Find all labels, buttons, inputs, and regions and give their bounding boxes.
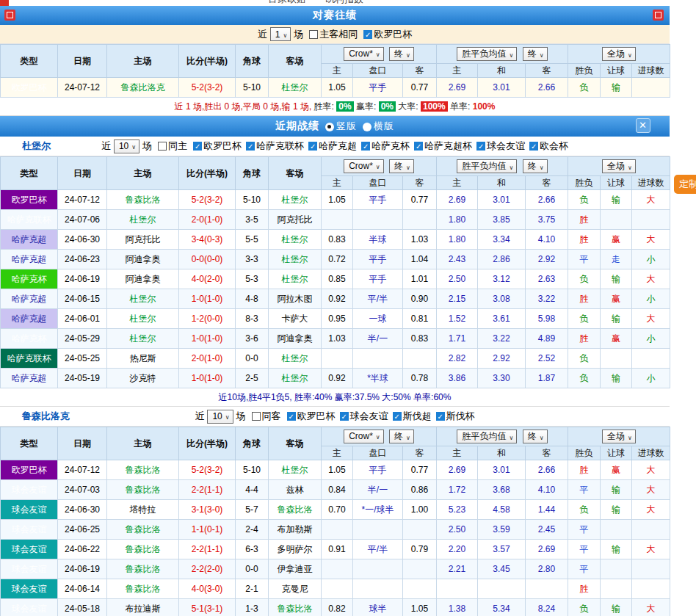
final-odds-select[interactable]: 终 (389, 430, 414, 443)
chevron-down-icon (280, 29, 287, 40)
checkbox-icon[interactable] (529, 142, 538, 151)
checkbox-icon[interactable] (246, 142, 255, 151)
cell: 平手 (353, 250, 403, 269)
cell: 球会友谊 (1, 480, 58, 500)
chevron-down-icon (537, 162, 544, 172)
sub-goals: 进球数 (632, 176, 670, 190)
final-odds-select[interactable]: 终 (389, 47, 414, 61)
cell: 负 (568, 309, 601, 329)
close-icon[interactable]: ✕ (636, 118, 650, 133)
vertical-radio[interactable] (325, 123, 334, 131)
dubaoer-table: 类型 日期 主场 比分(半场) 角球 客场 Crow* 终 胜平负均值 终 全场 (0, 156, 670, 388)
checkbox-icon[interactable] (414, 142, 423, 151)
checkbox-icon[interactable] (287, 412, 296, 421)
red-box-icon[interactable] (4, 10, 15, 21)
fulltime-select[interactable]: 全场 (602, 159, 636, 173)
side-tab-customize[interactable]: 定制 (674, 175, 696, 194)
cell: 1.38 (437, 599, 478, 616)
cell (322, 559, 353, 579)
cell: 大 (632, 190, 670, 210)
final-odds-select[interactable]: 终 (389, 159, 414, 173)
euro-avg-select[interactable]: 胜平负均值 (457, 47, 517, 61)
league-filter-checkbox[interactable]: 哈萨克超杯 (414, 139, 472, 153)
cell: 3.01 (478, 78, 526, 98)
checkbox-icon[interactable] (363, 30, 372, 39)
sub-handicap: 盘口 (353, 446, 403, 460)
cell: 输 (601, 78, 632, 98)
cell (601, 210, 632, 230)
cell: 鲁森比洛 (107, 559, 179, 579)
checkbox-icon[interactable] (308, 142, 317, 151)
checkbox-icon[interactable] (436, 412, 445, 421)
cell: 0.82 (322, 599, 353, 616)
final-odds-select[interactable]: 终 (523, 430, 548, 443)
checkbox-icon[interactable] (361, 142, 370, 151)
final-odds-select[interactable]: 终 (523, 47, 548, 61)
cell: 兹林 (269, 480, 322, 500)
league-filter-checkbox[interactable]: 斯伐杯 (436, 410, 475, 423)
cell: 杜堡尔 (269, 460, 322, 480)
euro-avg-select[interactable]: 胜平负均值 (457, 159, 517, 173)
cell (322, 579, 353, 599)
checkbox-icon[interactable] (158, 142, 167, 151)
checkbox-icon[interactable] (252, 412, 261, 421)
fulltime-select[interactable]: 全场 (602, 430, 636, 443)
page: 百家欧赔 凯利指数 对赛往绩 近 1 场 主客相同 欧罗巴杯 类型 日期 主场 … (0, 0, 670, 616)
cell: 1-1(0-1) (179, 520, 236, 540)
cell: 负 (568, 78, 601, 98)
cell: 3-4(0-3) (179, 230, 236, 250)
league-filter-checkbox[interactable]: 欧罗巴杯 (363, 28, 412, 41)
cell: 1.71 (437, 329, 478, 349)
league-filter-checkbox[interactable]: 斯伐超 (393, 410, 432, 423)
match-count-select[interactable]: 10 (114, 139, 139, 153)
cell: 2-2(2-0) (179, 559, 236, 579)
red-box-icon[interactable] (653, 10, 664, 21)
checkbox-icon[interactable] (193, 142, 202, 151)
bookmaker-value: Crow* (349, 48, 373, 59)
fulltime-select-group: 全场 (568, 157, 670, 176)
match-count-select[interactable]: 10 (207, 410, 233, 424)
table-row: 哈萨克联杯24-05-25热尼斯2-0(1-0)0-0杜堡尔2.822.922.… (1, 349, 670, 369)
league-filter-checkbox[interactable]: 球会友谊 (340, 410, 388, 423)
league-filter-checkbox[interactable]: 欧会杯 (529, 139, 568, 153)
league-filter-checkbox[interactable]: 哈萨克超 (308, 139, 357, 153)
fulltime-select[interactable]: 全场 (602, 47, 636, 61)
chevron-down-icon (625, 162, 632, 172)
cell: 赢 (601, 460, 632, 480)
summary-segment: 大率: (396, 101, 421, 113)
cell: 阿克托比 (269, 210, 322, 230)
checkbox-icon[interactable] (309, 30, 318, 39)
league-filter-checkbox[interactable]: 欧罗巴杯 (193, 139, 242, 153)
cell: 24-05-29 (58, 329, 107, 349)
same-home-checkbox[interactable]: 同主 (158, 139, 187, 153)
cell: 半/一 (353, 329, 403, 349)
final-odds-select[interactable]: 终 (523, 159, 548, 173)
checkbox-icon[interactable] (393, 412, 402, 421)
horizontal-radio[interactable] (363, 123, 371, 131)
unit-label: 场 (294, 28, 303, 41)
cell: 5-2(3-2) (179, 460, 236, 480)
cell: 3.12 (478, 269, 526, 289)
fulltime-value: 全场 (607, 430, 625, 443)
checkbox-icon[interactable] (476, 142, 485, 151)
league-filter-checkbox[interactable]: 欧罗巴杯 (287, 410, 336, 423)
cell: 鲁森比洛克 (107, 78, 179, 98)
rusen-filter-row: 鲁森比洛克 近 10 场 同客 欧罗巴杯球会友谊斯伐超斯伐杯 (0, 407, 670, 427)
bookmaker-select[interactable]: Crow* (344, 47, 384, 61)
match-count-select[interactable]: 1 (270, 27, 291, 41)
league-filter-checkbox[interactable]: 哈萨克杯 (361, 139, 410, 153)
checkbox-icon[interactable] (340, 412, 349, 421)
same-home-away-checkbox[interactable]: 主客相同 (309, 28, 358, 41)
cell: 8-3 (236, 309, 269, 329)
league-filter-checkbox[interactable]: 哈萨克联杯 (246, 139, 304, 153)
cell: 赢 (601, 230, 632, 250)
bookmaker-select[interactable]: Crow* (344, 159, 384, 173)
cell: 4-8 (236, 289, 269, 309)
euro-avg-select[interactable]: 胜平负均值 (457, 430, 517, 443)
cell: 1-3 (236, 599, 269, 616)
unit-label: 场 (236, 410, 246, 423)
bookmaker-select[interactable]: Crow* (344, 430, 384, 443)
league-filter-checkbox[interactable]: 球会友谊 (476, 139, 525, 153)
cell: 2.45 (526, 520, 568, 540)
same-away-checkbox[interactable]: 同客 (252, 410, 281, 423)
